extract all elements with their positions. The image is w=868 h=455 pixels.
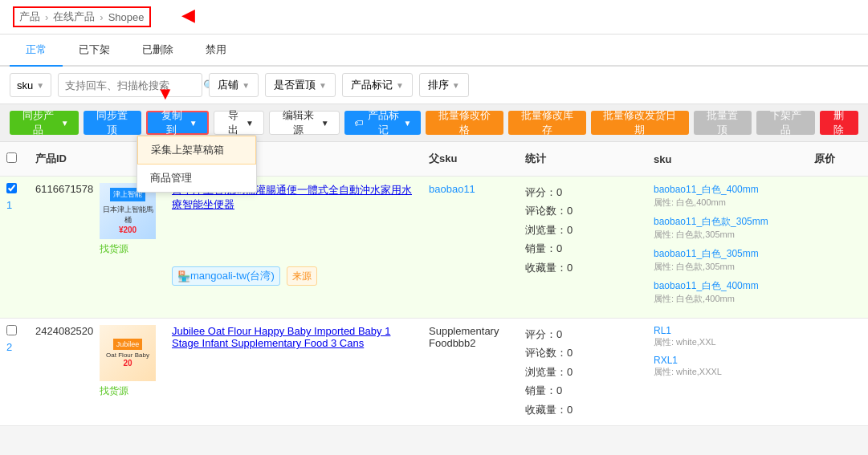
dropdown-item-manage[interactable]: 商品管理 — [137, 165, 256, 192]
batch-stock-button[interactable]: 批量修改库存 — [508, 111, 586, 135]
row1-parent-sku: baobao11 — [422, 177, 519, 201]
breadcrumb-item-1[interactable]: 产品 — [19, 10, 40, 24]
table-header: 产品ID 产品 父sku 统计 sku 原价 — [0, 142, 868, 177]
th-parent-sku: 父sku — [422, 148, 519, 169]
row1-price — [808, 177, 868, 189]
top-filter[interactable]: 是否置顶 ▼ — [265, 73, 336, 97]
batch-ship-date-button[interactable]: 批量修改发货日期 — [591, 111, 688, 135]
row1-shop-icon: 🏪 — [177, 270, 190, 282]
row1-shop-name: mangoali-tw(台湾) — [190, 269, 275, 283]
row1-checkbox[interactable]: 1 — [0, 177, 29, 217]
row1-sku1-attr: 属性: 白色,400mm — [654, 197, 801, 209]
row2-reviews: 评论数：0 — [525, 343, 641, 362]
copy-to-dropdown: 采集上架草稿箱 商品管理 — [137, 135, 257, 193]
row2-id: 2424082520 — [29, 319, 93, 343]
row1-sku3-attr: 属性: 白色款,305mm — [654, 261, 801, 273]
row1-stats: 评分：0 评论数：0 浏览量：0 销量：0 收藏量：0 — [519, 177, 647, 283]
batch-top-button[interactable]: 批量置顶 — [694, 111, 752, 135]
row1-sku-2: baobao11_白色款_305mm 属性: 白色款,305mm — [654, 215, 801, 241]
row2-product-cell: Jubilee Oat Flour Happy Baby Imported Ba… — [165, 319, 422, 355]
product-tag-button[interactable]: 🏷 产品标记 ▼ — [344, 111, 422, 135]
select-all-checkbox[interactable] — [6, 152, 17, 163]
tab-normal[interactable]: 正常 — [10, 35, 63, 67]
row1-product-cell: 日本津上智能馬桶灌腸通便一體式全自動沖水家用水療智能坐便器 🏪 mangoali… — [165, 177, 422, 292]
breadcrumb-item-3[interactable]: Shopee — [108, 11, 145, 23]
tabs-bar: 正常 已下架 已删除 禁用 — [0, 35, 868, 67]
search-box[interactable]: 🔍 — [58, 73, 202, 97]
row2-favorites: 收藏量：0 — [525, 400, 641, 419]
row2-stats: 评分：0 评论数：0 浏览量：0 销量：0 收藏量：0 — [519, 319, 647, 425]
row1-shop-tag: 🏪 mangoali-tw(台湾) — [172, 266, 280, 286]
top-filter-caret: ▼ — [319, 81, 327, 90]
breadcrumb-arrow: ◀ — [181, 5, 195, 26]
top-bar: 产品 › 在线产品 › Shopee ◀ — [0, 0, 868, 35]
row2-img: Jubilee Oat Flour Baby 20 找货源 — [93, 319, 165, 404]
breadcrumb-sep-2: › — [100, 11, 103, 23]
export-caret: ▼ — [246, 119, 254, 128]
batch-ship-date-label: 批量修改发货日期 — [601, 108, 679, 137]
sync-product-button[interactable]: 同步产品 ▼ — [10, 111, 79, 135]
batch-top-label: 批量置顶 — [703, 108, 743, 137]
shop-filter-caret: ▼ — [242, 81, 250, 90]
row1-rating: 评分：0 — [525, 183, 641, 201]
tab-deleted[interactable]: 已删除 — [126, 35, 189, 67]
th-sku: sku — [647, 150, 808, 169]
row2-find-source[interactable]: 找货源 — [100, 384, 159, 398]
row2-sku1-attr: 属性: white,XXL — [654, 336, 801, 348]
copy-to-button[interactable]: 复制到 ▼ — [146, 111, 208, 135]
shop-filter[interactable]: 店铺 ▼ — [209, 73, 259, 97]
tag-filter-caret: ▼ — [396, 81, 404, 90]
row2-sku2-name: RXL1 — [654, 355, 801, 366]
row1-sku4-name: baobao11_白色_400mm — [654, 279, 801, 293]
toolbar-arrow: ▼ — [157, 83, 174, 104]
delist-button[interactable]: 下架产品 — [756, 111, 815, 135]
main-content: 产品ID 产品 父sku 统计 sku 原价 1 6116671578 津上智能… — [0, 142, 868, 426]
sku-filter-label: sku — [17, 79, 33, 91]
row1-sales: 销量：0 — [525, 239, 641, 258]
breadcrumb: 产品 › 在线产品 › Shopee — [19, 10, 145, 24]
row1-num: 1 — [6, 196, 22, 211]
row1-source-tag: 来源 — [287, 266, 317, 286]
row1-parent-sku-value[interactable]: baobao11 — [429, 183, 475, 195]
row1-sku4-attr: 属性: 白色款,400mm — [654, 293, 801, 305]
row2-checkbox[interactable]: 2 — [0, 319, 29, 360]
sync-product-caret: ▼ — [61, 119, 69, 128]
sort-filter[interactable]: 排序 ▼ — [419, 73, 469, 97]
row2-parent-sku: Supplementary Foodbbb2 — [422, 319, 519, 355]
export-button[interactable]: 导出 ▼ — [214, 111, 264, 135]
row1-views: 浏览量：0 — [525, 221, 641, 239]
product-tag-caret: ▼ — [404, 119, 412, 128]
row1-sku2-attr: 属性: 白色款,305mm — [654, 229, 801, 241]
export-label: 导出 — [224, 108, 242, 137]
edit-source-caret: ▼ — [321, 119, 329, 128]
edit-source-button[interactable]: 编辑来源 ▼ — [269, 111, 340, 135]
sync-top-button[interactable]: 同步置顶 — [84, 111, 142, 135]
search-input[interactable] — [65, 79, 200, 91]
row1-sku-4: baobao11_白色_400mm 属性: 白色款,400mm — [654, 279, 801, 305]
sku-filter[interactable]: sku ▼ — [10, 73, 51, 97]
sort-filter-label: 排序 — [428, 78, 449, 92]
row1-find-source[interactable]: 找货源 — [100, 242, 159, 256]
row2-sku1-name: RL1 — [654, 325, 801, 336]
th-price: 原价 — [808, 148, 868, 169]
row1-reviews: 评论数：0 — [525, 201, 641, 220]
row1-sku2-name: baobao11_白色款_305mm — [654, 215, 801, 229]
top-filter-label: 是否置顶 — [274, 78, 316, 92]
row1-check[interactable] — [6, 183, 17, 193]
row2-product-title[interactable]: Jubilee Oat Flour Happy Baby Imported Ba… — [172, 325, 416, 349]
copy-to-label: 复制到 — [157, 108, 186, 137]
row2-rating: 评分：0 — [525, 325, 641, 343]
breadcrumb-item-2[interactable]: 在线产品 — [53, 10, 95, 24]
tag-filter[interactable]: 产品标记 ▼ — [342, 73, 413, 97]
row2-check[interactable] — [6, 325, 17, 335]
sync-product-label: 同步产品 — [19, 108, 58, 137]
tab-disabled[interactable]: 禁用 — [189, 35, 242, 67]
row2-parent-sku-value: Supplementary — [429, 325, 499, 337]
batch-price-button[interactable]: 批量修改价格 — [426, 111, 503, 135]
delete-button[interactable]: 删除 — [820, 111, 858, 135]
row1-id-value: 6116671578 — [35, 183, 93, 195]
dropdown-item-collect[interactable]: 采集上架草稿箱 — [137, 136, 256, 165]
row1-sku-3: baobao11_白色_305mm 属性: 白色款,305mm — [654, 247, 801, 273]
tab-delisted[interactable]: 已下架 — [63, 35, 126, 67]
filter-bar: sku ▼ 🔍 店铺 ▼ 是否置顶 ▼ 产品标记 ▼ 排序 ▼ — [0, 67, 868, 104]
